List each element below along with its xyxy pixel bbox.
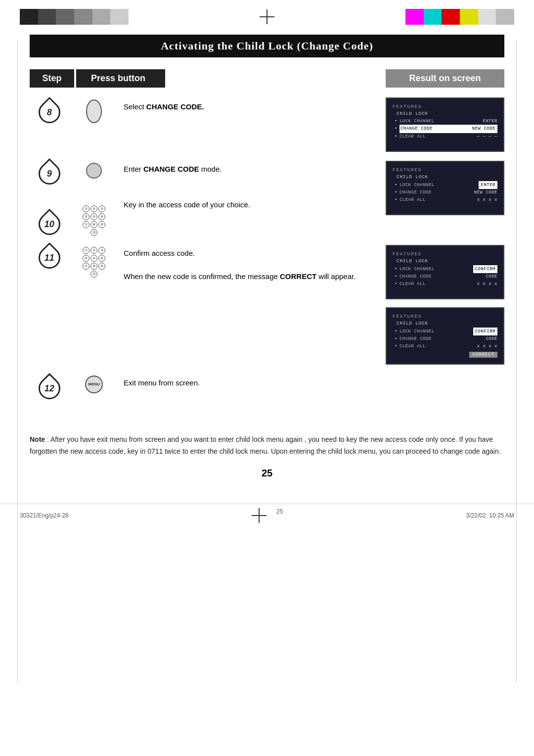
page-title: Activating the Child Lock (Change Code) [30,35,504,57]
bar-magenta [405,9,424,25]
screen-row-lock-11a: • LOCK CHANNEL CONFIRM [393,265,497,273]
screen-child-lock-11b: CHILD LOCK [393,320,497,327]
step-screen-8: FEATURES CHILD LOCK • LOCK CHANNEL ENTER… [386,97,504,152]
screen-row-change-code-8: • CHANGE CODE NEW CODE [393,125,497,133]
step-badge-9: 9 [34,158,65,189]
screen-row-change-11b: • CHANGE CODE CODE [393,335,497,342]
correct-label: CORRECT [393,351,497,359]
step-num-8: 8 [30,97,69,123]
bar-cyan [424,9,442,25]
crosshair-top [129,9,405,24]
bar-2 [38,9,56,25]
screen-row-lock-11b: • LOCK CHANNEL CONFIRM [393,328,497,335]
tv-screen-11b: FEATURES CHILD LOCK • LOCK CHANNEL CONFI… [386,307,504,365]
bar-red [442,9,460,25]
step-badge-12: 12 [34,373,65,404]
bar-yellow [460,9,478,25]
screen-row-clear-11b: • CLEAR ALL x x x x [393,343,497,350]
screen-features-11b: FEATURES [393,313,497,320]
step-descriptions-9-10: Enter CHANGE CODE mode. Key in the acces… [119,161,381,213]
numpad-icon-11: ① ② ③ ④ ⑤ ⑥ ⑦ ⑧ ⑨ ⓪ [83,247,105,278]
crosshair-icon [260,9,274,24]
screen-row-clear-9-10: • CLEAR ALL x x x x [393,196,497,203]
step-row-12: 12 MENU Exit menu from screen. [30,374,504,413]
step-num-12: 12 [30,374,69,399]
footer-left: 30321/Eng/p24-28 [20,512,69,519]
step-row-8: 8 Select CHANGE CODE. FEATURES CHILD LOC… [30,97,504,152]
page-content: Activating the Child Lock (Change Code) … [0,30,534,499]
tv-screen-8: FEATURES CHILD LOCK • LOCK CHANNEL ENTER… [386,97,504,152]
step-badge-10: 10 [34,209,65,239]
screen-row-clear-8: • CLEAR ALL — — — — [393,133,497,140]
step-num-11: 11 [30,245,69,269]
screen-features-9-10: FEATURES [393,167,497,174]
step-desc-11: Confirm access code. [124,249,376,257]
screen-features-8: FEATURES [393,103,497,110]
oval-button-icon [86,99,102,123]
footer-center: 25 [252,508,283,523]
note-label: Note [30,435,45,443]
step-desc-10: Key in the access code of your choice. [124,200,376,209]
left-margin [17,40,18,683]
step-description-8: Select CHANGE CODE. [119,97,381,117]
press-button-header: Press button [76,69,165,88]
step-screens-11: FEATURES CHILD LOCK • LOCK CHANNEL CONFI… [386,245,504,365]
small-oval-button-9 [86,163,102,179]
step-row-11: 11 ① ② ③ ④ ⑤ ⑥ ⑦ ⑧ ⑨ ⓪ [30,245,504,365]
bar-light1 [478,9,496,25]
footer-right: 3/22/02, 10:25 AM [466,512,514,519]
bar-4 [74,9,92,25]
bar-3 [56,9,74,25]
bar-5 [92,9,111,25]
screen-row-lock-channel-8: • LOCK CHANNEL ENTER [393,118,497,125]
tv-screen-11a: FEATURES CHILD LOCK • LOCK CHANNEL CONFI… [386,245,504,299]
screen-child-lock-9-10: CHILD LOCK [393,174,497,181]
change-code-label: CHANGE CODE. [146,102,204,111]
page-number: 25 [30,468,504,479]
crosshair-bottom [252,508,267,523]
screen-features-11a: FEATURES [393,251,497,258]
step-badge-11: 11 [34,242,65,273]
screen-child-lock-8: CHILD LOCK [393,110,497,117]
title-text: Activating the Child Lock (Change Code) [161,40,373,52]
screen-row-change-9-10: • CHANGE CODE NEW CODE [393,189,497,196]
top-bar [0,0,534,25]
note-section: Note : After you have exit menu from scr… [30,434,504,458]
note-text: : After you have exit menu from screen a… [30,435,501,455]
right-margin [516,40,517,683]
result-on-screen-header: Result on screen [386,69,504,88]
step-description-12: Exit menu from screen. [119,374,381,393]
tv-screen-9-10: FEATURES CHILD LOCK • LOCK CHANNEL ENTER… [386,161,504,215]
screen-row-lock-9-10: • LOCK CHANNEL ENTER [393,181,497,189]
step-button-8 [69,97,119,123]
screen-row-change-11a: • CHANGE CODE CODE [393,273,497,280]
footer: 30321/Eng/p24-28 25 3/22/02, 10:25 AM [0,504,534,527]
bar-1 [20,9,38,25]
bar-light2 [496,9,514,25]
step-badge-8: 8 [34,97,65,128]
step-row-9-10: 9 10 ① ② ③ ④ ⑤ ⑥ [30,161,504,236]
screen-child-lock-11a: CHILD LOCK [393,258,497,265]
step-desc-11-extra: When the new code is confirmed, the mess… [124,272,376,281]
step-desc-11-area: Confirm access code. When the new code i… [119,245,381,284]
menu-button-icon: MENU [85,376,103,393]
step-nums-9-10: 9 10 [30,161,69,235]
step-screen-9-10: FEATURES CHILD LOCK • LOCK CHANNEL ENTER… [386,161,504,215]
step-header: Step [30,69,74,88]
numpad-icon-10: ① ② ③ ④ ⑤ ⑥ ⑦ ⑧ ⑨ ⓪ [83,205,105,236]
bar-6 [110,9,129,25]
header-row: Step Press button Result on screen [30,69,504,88]
screen-row-clear-11a: • CLEAR ALL x x x x [393,281,497,287]
color-bars [405,9,514,25]
grayscale-bars [20,9,129,25]
step-button-12: MENU [69,374,119,393]
step-desc-9: Enter CHANGE CODE mode. [124,165,376,173]
steps-area: 8 Select CHANGE CODE. FEATURES CHILD LOC… [30,97,504,422]
